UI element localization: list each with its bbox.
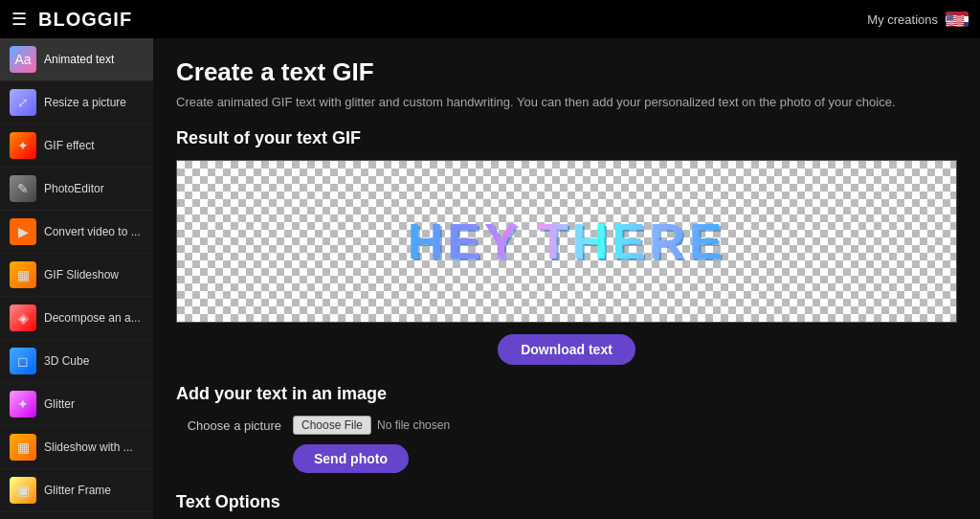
add-image-section: Add your text in an image Choose a pictu… — [176, 384, 957, 473]
sidebar-icon-3d-cube: ◻ — [10, 348, 36, 374]
text-options-section: Text Options Your text — [176, 492, 957, 519]
sidebar-label-photo-editor: PhotoEditor — [44, 182, 104, 195]
sidebar-icon-gif-slideshow: ▦ — [10, 261, 36, 288]
sidebar-item-animated-text[interactable]: Aa Animated text — [0, 38, 153, 81]
result-section-title: Result of your text GIF — [176, 128, 957, 148]
sidebar-icon-slideshow-with: ▦ — [10, 434, 36, 461]
sidebar-label-slideshow-with: Slideshow with ... — [44, 440, 133, 454]
sidebar-item-3d-cube[interactable]: ◻ 3D Cube — [0, 340, 153, 383]
sidebar-item-gif-effect[interactable]: ✦ GIF effect — [0, 124, 153, 168]
file-input-wrapper: Choose File No file chosen — [293, 416, 450, 435]
sidebar-label-gif-effect: GIF effect — [44, 139, 94, 152]
sidebar-item-pop-art[interactable]: ◉ Pop Art picture — [0, 512, 153, 519]
topnav: ☰ BLOGGIF My creations 🇺🇸 — [0, 0, 980, 38]
choose-picture-label: Choose a picture — [176, 418, 281, 433]
sidebar-item-slideshow-with[interactable]: ▦ Slideshow with ... — [0, 426, 153, 469]
sidebar-item-gif-slideshow[interactable]: ▦ GIF Slideshow — [0, 254, 153, 297]
sidebar-icon-decompose: ◈ — [10, 305, 36, 331]
sidebar-item-glitter[interactable]: ✦ Glitter — [0, 383, 153, 426]
sidebar-label-3d-cube: 3D Cube — [44, 354, 89, 368]
gif-preview-text: HEY THERE — [408, 213, 726, 270]
add-image-title: Add your text in an image — [176, 384, 957, 404]
choose-file-button[interactable]: Choose File — [293, 416, 371, 435]
sidebar-item-glitter-frame[interactable]: ▣ Glitter Frame — [0, 469, 153, 512]
page-title: Create a text GIF — [176, 57, 957, 87]
sidebar-label-convert-video: Convert video to ... — [44, 225, 141, 238]
sidebar-item-convert-video[interactable]: ▶ Convert video to ... — [0, 211, 153, 254]
send-photo-button[interactable]: Send photo — [293, 444, 409, 473]
sidebar-item-resize-picture[interactable]: ⤢ Resize a picture — [0, 81, 153, 124]
page-description: Create animated GIF text with glitter an… — [176, 95, 957, 109]
logo: BLOGGIF — [38, 9, 132, 31]
text-options-title: Text Options — [176, 492, 957, 512]
sidebar-label-glitter-frame: Glitter Frame — [44, 484, 111, 497]
gif-preview-area: HEY THERE — [176, 160, 957, 323]
sidebar: Aa Animated text ⤢ Resize a picture ✦ GI… — [0, 38, 153, 519]
sidebar-label-decompose: Decompose an a... — [44, 311, 141, 325]
download-text-button[interactable]: Download text — [498, 334, 635, 365]
my-creations-link[interactable]: My creations — [867, 12, 938, 27]
sidebar-icon-resize-picture: ⤢ — [10, 89, 36, 116]
sidebar-label-resize-picture: Resize a picture — [44, 96, 126, 109]
sidebar-label-animated-text: Animated text — [44, 53, 114, 66]
main-content: Create a text GIF Create animated GIF te… — [153, 38, 980, 519]
sidebar-label-glitter: Glitter — [44, 397, 75, 411]
sidebar-item-decompose[interactable]: ◈ Decompose an a... — [0, 297, 153, 340]
sidebar-icon-gif-effect: ✦ — [10, 132, 36, 159]
sidebar-icon-glitter-frame: ▣ — [10, 477, 36, 504]
sidebar-icon-glitter: ✦ — [10, 391, 36, 417]
flag-icon: 🇺🇸 — [946, 11, 969, 27]
hamburger-icon[interactable]: ☰ — [11, 9, 27, 30]
sidebar-item-photo-editor[interactable]: ✎ PhotoEditor — [0, 168, 153, 211]
sidebar-icon-convert-video: ▶ — [10, 218, 36, 245]
no-file-text: No file chosen — [377, 418, 450, 432]
sidebar-label-gif-slideshow: GIF Slideshow — [44, 268, 119, 282]
sidebar-icon-photo-editor: ✎ — [10, 175, 36, 202]
sidebar-icon-animated-text: Aa — [10, 46, 36, 73]
